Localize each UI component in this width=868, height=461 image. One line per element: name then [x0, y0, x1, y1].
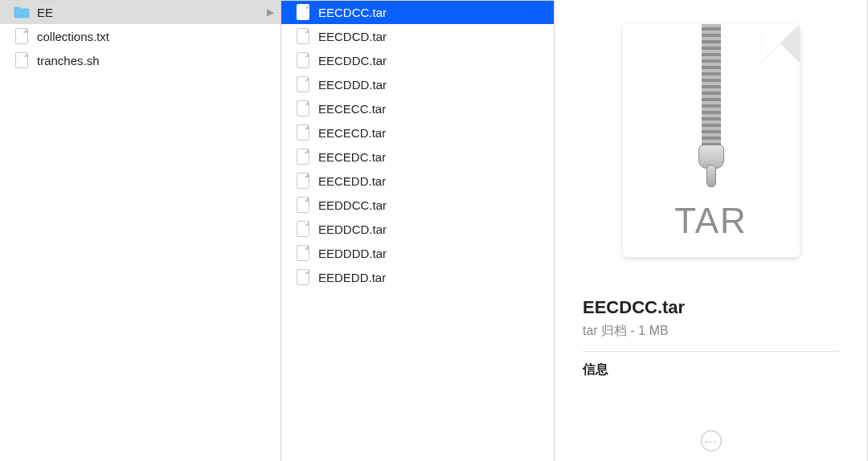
file-icon	[294, 27, 312, 45]
list-item[interactable]: EECDDC.tar	[281, 48, 554, 72]
item-label: EECEDD.tar	[318, 174, 547, 188]
item-label: EECECD.tar	[318, 126, 547, 140]
list-item[interactable]: EECDDD.tar	[281, 72, 554, 96]
list-item[interactable]: EEDDCC.tar	[281, 193, 554, 217]
file-icon	[294, 244, 312, 262]
file-icon	[294, 196, 312, 214]
list-item[interactable]: EECDCD.tar	[281, 24, 554, 48]
item-label: EECDCD.tar	[318, 30, 547, 43]
file-icon	[294, 75, 312, 93]
page-fold-icon	[761, 24, 800, 63]
list-item[interactable]: EEDDCD.tar	[281, 217, 554, 241]
file-extension-label: TAR	[674, 201, 747, 241]
item-label: EEDDCC.tar	[318, 198, 547, 212]
file-icon	[294, 268, 312, 286]
item-label: collections.txt	[37, 30, 274, 43]
list-item[interactable]: EECEDC.tar	[281, 145, 554, 169]
item-label: tranches.sh	[37, 54, 274, 67]
file-icon	[294, 51, 312, 69]
list-item[interactable]: EEDEDD.tar	[281, 265, 554, 289]
list-item[interactable]: EECDCC.tar	[281, 0, 554, 24]
list-item[interactable]: EE▶	[0, 0, 280, 24]
list-item[interactable]: EECECC.tar	[281, 96, 554, 120]
list-item[interactable]: EEDDDD.tar	[281, 241, 554, 265]
list-item[interactable]: EECEDD.tar	[281, 169, 554, 193]
preview-section-info: 信息	[583, 361, 839, 378]
chevron-right-icon: ▶	[267, 6, 274, 18]
file-icon	[13, 51, 31, 69]
file-icon	[294, 172, 312, 190]
ellipsis-icon: ···	[705, 434, 717, 447]
file-icon	[294, 3, 312, 21]
item-label: EECEDC.tar	[318, 150, 547, 164]
item-label: EECDCC.tar	[318, 6, 547, 19]
list-item[interactable]: collections.txt	[0, 24, 280, 48]
list-item[interactable]: EECECD.tar	[281, 120, 554, 145]
file-icon	[294, 148, 312, 165]
file-icon	[294, 100, 312, 117]
folder-icon	[13, 3, 31, 21]
item-label: EEDEDD.tar	[318, 271, 547, 284]
preview-metadata: EECDCC.tar tar 归档 - 1 MB 信息	[583, 297, 839, 378]
item-label: EEDDCD.tar	[318, 222, 547, 236]
file-icon	[13, 27, 31, 45]
zipper-icon	[695, 24, 727, 169]
item-label: EECECC.tar	[318, 102, 547, 116]
preview-filename: EECDCC.tar	[583, 297, 839, 318]
item-label: EEDDDD.tar	[318, 247, 547, 260]
file-icon	[294, 220, 312, 238]
item-label: EECDDC.tar	[318, 54, 547, 67]
preview-thumbnail: TAR	[623, 24, 800, 257]
list-item[interactable]: tranches.sh	[0, 48, 280, 72]
item-label: EECDDD.tar	[318, 78, 547, 92]
preview-kind-size: tar 归档 - 1 MB	[583, 323, 839, 352]
column-1[interactable]: EE▶collections.txttranches.sh	[0, 0, 281, 461]
file-icon	[294, 124, 312, 141]
more-button[interactable]: ···	[701, 430, 722, 451]
preview-pane: TAR EECDCC.tar tar 归档 - 1 MB 信息 ···	[555, 0, 868, 461]
item-label: EE	[37, 6, 262, 19]
column-2[interactable]: EECDCC.tarEECDCD.tarEECDDC.tarEECDDD.tar…	[281, 0, 555, 461]
